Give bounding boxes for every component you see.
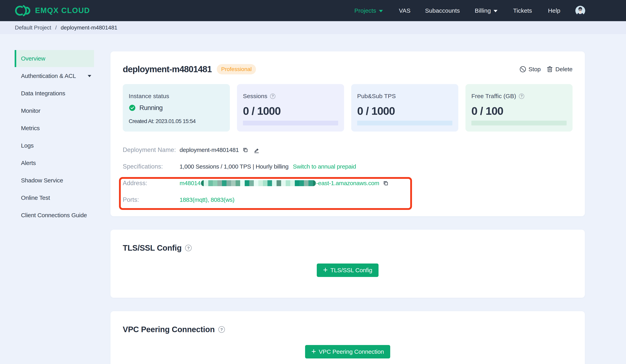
address-prefix: m48014: [180, 180, 200, 186]
vpc-section-title: VPC Peering Connection: [123, 325, 215, 334]
sidebar-item-client-connections-guide[interactable]: Client Connections Guide: [15, 207, 94, 224]
help-icon[interactable]: ?: [519, 94, 524, 99]
sidebar-item-data-integrations[interactable]: Data Integrations: [15, 85, 94, 102]
add-tls-ssl-config-button[interactable]: + TLS/SSL Config: [317, 263, 379, 277]
nav-item-billing[interactable]: Billing: [475, 0, 498, 21]
emqx-logo-icon: [15, 4, 30, 17]
nav-item-label: Subaccounts: [425, 7, 460, 14]
stats-row: Instance status Running Created At: 2023…: [123, 84, 573, 132]
nav-item-subaccounts[interactable]: Subaccounts: [425, 0, 460, 21]
stop-button[interactable]: Stop: [519, 66, 541, 73]
avatar[interactable]: [575, 6, 585, 16]
switch-annual-prepaid-link[interactable]: Switch to annual prepaid: [293, 163, 356, 170]
detail-label: Address:: [123, 180, 180, 187]
sidebar-item-label: Metrics: [21, 125, 40, 132]
stat-label-row: Free Traffic (GB) ?: [471, 93, 567, 100]
detail-label: Specifications:: [123, 163, 180, 170]
detail-row-deployment-name: Deployment Name: deployment-m4801481: [123, 142, 573, 158]
edit-pencil-icon: [253, 147, 260, 153]
copy-icon: [383, 180, 389, 186]
brand[interactable]: EMQX CLOUD: [15, 0, 90, 21]
stop-label: Stop: [529, 66, 541, 73]
stat-card-sessions: Sessions ? 0 / 1000: [237, 84, 344, 132]
stat-label-row: Instance status: [129, 93, 224, 100]
stat-card-instance-status: Instance status Running Created At: 2023…: [123, 84, 230, 132]
sidebar-item-label: Logs: [21, 142, 34, 149]
navbar: EMQX CLOUD Projects VAS Subaccounts Bill…: [0, 0, 626, 21]
nav-item-label: Billing: [475, 7, 491, 14]
delete-button[interactable]: Delete: [547, 66, 573, 73]
chevron-down-icon: [494, 10, 498, 12]
user-avatar-image: [575, 6, 585, 16]
ports-value: 1883(mqtt), 8083(ws): [180, 196, 235, 203]
created-at: Created At: 2023.01.05 15:54: [129, 118, 224, 124]
add-vpc-peering-connection-button[interactable]: + VPC Peering Connection: [305, 345, 390, 359]
button-label: TLS/SSL Config: [330, 267, 372, 274]
address-mosaic: [201, 180, 316, 186]
sidebar-item-label: Overview: [21, 55, 45, 62]
copy-address-button[interactable]: [383, 180, 389, 186]
chevron-down-icon: [88, 75, 91, 77]
button-label: VPC Peering Connection: [319, 348, 384, 355]
edit-button[interactable]: [253, 147, 260, 153]
nav-item-help[interactable]: Help: [548, 0, 560, 21]
sidebar-item-online-test[interactable]: Online Test: [15, 189, 94, 206]
address-value: m48014-east-1.amazonaws.com: [180, 180, 379, 186]
sidebar-item-label: Online Test: [21, 194, 50, 201]
sidebar-item-metrics[interactable]: Metrics: [15, 120, 94, 137]
stop-icon: [519, 66, 526, 73]
stat-label-row: Pub&Sub TPS: [357, 93, 452, 100]
sidebar-item-label: Client Connections Guide: [21, 212, 87, 218]
detail-label: Deployment Name:: [123, 146, 180, 153]
plan-badge: Professional: [217, 64, 256, 74]
tls-ssl-config-card: TLS/SSL Config ? + TLS/SSL Config: [111, 230, 585, 298]
chevron-down-icon: [379, 10, 383, 12]
nav-item-label: Projects: [354, 7, 376, 14]
breadcrumb: Default Project / deployment-m4801481: [0, 21, 626, 34]
help-icon[interactable]: ?: [185, 245, 192, 251]
sidebar: Overview Authentication & ACL Data Integ…: [15, 50, 94, 224]
breadcrumb-current: deployment-m4801481: [61, 25, 117, 31]
card-actions: Stop Delete: [519, 66, 573, 73]
deployment-details: Deployment Name: deployment-m4801481: [123, 142, 573, 208]
sidebar-item-shadow-service[interactable]: Shadow Service: [15, 172, 94, 189]
nav-item-tickets[interactable]: Tickets: [513, 0, 532, 21]
breadcrumb-separator: /: [55, 25, 57, 31]
tps-progress-bar: [357, 121, 452, 125]
sidebar-item-label: Alerts: [21, 160, 36, 166]
copy-button[interactable]: [242, 147, 248, 153]
address-suffix: -east-1.amazonaws.com: [316, 180, 379, 186]
stat-label-row: Sessions ?: [243, 93, 338, 100]
sidebar-item-label: Authentication & ACL: [21, 73, 76, 79]
page-title: deployment-m4801481: [123, 64, 212, 74]
tps-value: 0 / 1000: [357, 105, 452, 117]
sidebar-item-overview[interactable]: Overview: [15, 50, 94, 67]
plus-icon: +: [323, 265, 328, 274]
tls-section-title: TLS/SSL Config: [123, 244, 182, 253]
help-icon[interactable]: ?: [218, 326, 225, 333]
nav-item-label: Help: [548, 7, 560, 14]
detail-row-address: Address: m48014-east-1.amazonaws.com: [123, 175, 573, 191]
sessions-value: 0 / 1000: [243, 105, 338, 117]
brand-name: EMQX CLOUD: [35, 6, 90, 15]
sidebar-item-monitor[interactable]: Monitor: [15, 102, 94, 119]
vpc-peering-connection-card: VPC Peering Connection ? + VPC Peering C…: [111, 311, 585, 364]
stat-label: Free Traffic (GB): [471, 93, 516, 100]
detail-row-specifications: Specifications: 1,000 Sessions / 1,000 T…: [123, 158, 573, 175]
sidebar-item-logs[interactable]: Logs: [15, 137, 94, 154]
breadcrumb-project[interactable]: Default Project: [15, 25, 51, 31]
stat-card-free-traffic: Free Traffic (GB) ? 0 / 100: [466, 84, 573, 132]
deployment-overview-card: deployment-m4801481 Professional Stop: [111, 51, 585, 216]
nav-item-vas[interactable]: VAS: [399, 0, 410, 21]
nav-item-projects[interactable]: Projects: [354, 0, 383, 21]
detail-row-ports: Ports: 1883(mqtt), 8083(ws): [123, 191, 573, 208]
sidebar-item-alerts[interactable]: Alerts: [15, 154, 94, 172]
stat-label: Instance status: [129, 93, 169, 100]
trash-icon: [547, 66, 553, 73]
help-icon[interactable]: ?: [270, 94, 275, 99]
deployment-name-value: deployment-m4801481: [180, 146, 239, 153]
check-circle-icon: [129, 104, 136, 111]
sidebar-item-authentication-acl[interactable]: Authentication & ACL: [15, 68, 94, 84]
stat-label: Sessions: [243, 93, 267, 100]
status-running: Running: [139, 104, 162, 111]
